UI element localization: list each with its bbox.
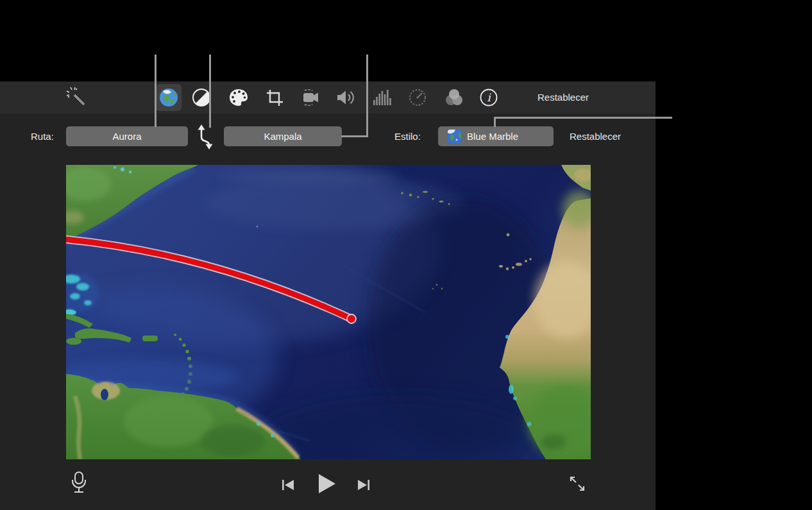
screenshot-stage: i Restablecer Ruta: Aurora Kampala Estil… [0,0,812,510]
color-balance-circles-icon[interactable] [440,81,468,114]
adjust-panel: i Restablecer Ruta: Aurora Kampala Estil… [0,81,656,510]
speed-gauge-icon[interactable] [403,81,432,114]
crop-icon[interactable] [260,81,289,114]
blue-marble-thumbnail [448,130,461,143]
callout-line-style-horizontal [494,117,672,119]
atlantic-satellite-map [66,165,591,459]
microphone-icon[interactable] [67,470,90,496]
map-style-value: Blue Marble [467,131,518,142]
enhance-wand-icon[interactable] [63,81,91,114]
volume-icon[interactable] [332,81,360,114]
stabilization-camera-icon[interactable] [296,81,325,114]
style-reset-button[interactable]: Restablecer [570,131,621,142]
color-palette-icon[interactable] [224,81,253,114]
audio-equalizer-icon[interactable] [368,81,396,114]
svg-text:i: i [487,91,491,104]
fullscreen-icon[interactable] [567,474,588,493]
callout-line-swap-control [209,55,211,128]
callout-line-destination-horizontal [341,135,368,137]
style-label: Estilo: [394,131,421,142]
route-destination-button[interactable]: Kampala [224,126,342,146]
route-origin-button[interactable]: Aurora [66,126,188,146]
color-contrast-icon[interactable] [187,81,216,114]
adjustments-toolbar: i Restablecer [0,81,656,114]
info-icon[interactable]: i [475,81,503,114]
swap-route-direction-icon[interactable] [194,124,216,149]
skip-forward-icon[interactable] [357,478,371,492]
map-preview[interactable] [66,165,591,459]
play-icon[interactable] [317,473,337,495]
toolbar-reset-button[interactable]: Restablecer [525,81,602,114]
callout-line-globe-tool [155,55,156,127]
callout-line-style-vertical [494,118,496,127]
route-label: Ruta: [31,131,54,142]
callout-line-destination-vertical [366,55,368,137]
globe-travel-map-icon[interactable] [155,81,183,114]
route-endpoint-dot [347,314,356,323]
map-style-button[interactable]: Blue Marble [438,126,554,146]
skip-back-icon[interactable] [281,478,295,492]
